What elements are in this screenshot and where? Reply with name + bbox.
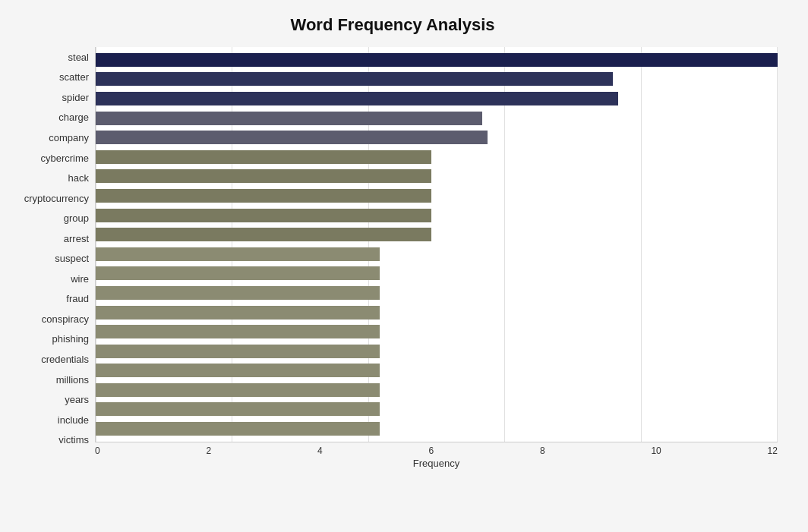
bar [96,112,482,125]
bar [96,169,431,183]
bar [96,53,778,67]
y-label: cryptocurrency [24,189,89,207]
bar [96,247,380,261]
y-label: spider [62,88,89,106]
bar [96,209,431,222]
bar [96,345,380,358]
bar [96,286,380,300]
y-label: conspiracy [42,310,89,328]
bar-row [96,362,778,379]
x-tick: 12 [768,445,778,456]
bar-row [96,265,778,282]
bar [96,402,380,416]
bar-row [96,90,778,107]
y-label: charge [58,109,89,127]
bar-row [96,246,778,263]
bar-row [96,420,778,437]
bar [96,72,613,86]
x-tick: 2 [206,445,211,456]
bars-list [96,47,778,442]
bar [96,131,488,144]
chart-title: Word Frequency Analysis [8,15,778,35]
y-label: include [58,411,89,429]
bar [96,364,380,377]
bar [96,306,380,320]
x-axis: 024681012 Frequency [95,442,778,473]
bar-row [96,129,778,146]
chart-container: Word Frequency Analysis stealscatterspid… [0,0,808,532]
bar-row [96,382,778,398]
y-label: hack [68,169,89,187]
y-label: phishing [52,330,89,348]
chart-area: stealscatterspiderchargecompanycybercrim… [8,47,778,473]
bar-row [96,187,778,204]
y-label: fraud [66,290,89,308]
bar-row [96,52,778,68]
bars-area [95,47,778,442]
bar [96,150,431,164]
bar [96,92,618,105]
bar-row [96,304,778,321]
x-tick: 10 [651,445,661,456]
y-label: millions [56,370,89,389]
x-tick: 8 [540,445,545,456]
bar-row [96,110,778,127]
bar-row [96,168,778,184]
x-axis-label: Frequency [95,458,778,469]
bar-row [96,323,778,340]
bars-and-xaxis: 024681012 Frequency [95,47,778,473]
x-tick: 0 [95,445,100,456]
bar-row [96,343,778,360]
bar-row [96,226,778,243]
y-label: company [49,128,89,146]
y-label: years [65,391,89,409]
y-label: victims [58,431,89,449]
y-label: wire [71,269,89,288]
bar [96,266,380,280]
y-label: scatter [59,68,89,87]
y-labels: stealscatterspiderchargecompanycybercrim… [8,47,95,473]
bar [96,383,380,397]
y-label: cybercrime [40,149,89,167]
bar [96,228,431,241]
bar-row [96,207,778,224]
bar-row [96,401,778,417]
y-label: arrest [64,229,89,247]
bar-row [96,71,778,87]
bar [96,189,431,203]
bar-row [96,285,778,301]
x-ticks: 024681012 [95,442,778,456]
bar-row [96,149,778,165]
y-label: credentials [41,350,89,368]
y-label: group [64,209,89,228]
y-label: steal [68,48,89,66]
bar [96,325,380,338]
x-tick: 4 [317,445,323,456]
y-label: suspect [55,250,89,268]
x-tick: 6 [428,445,434,456]
bar [96,422,380,436]
